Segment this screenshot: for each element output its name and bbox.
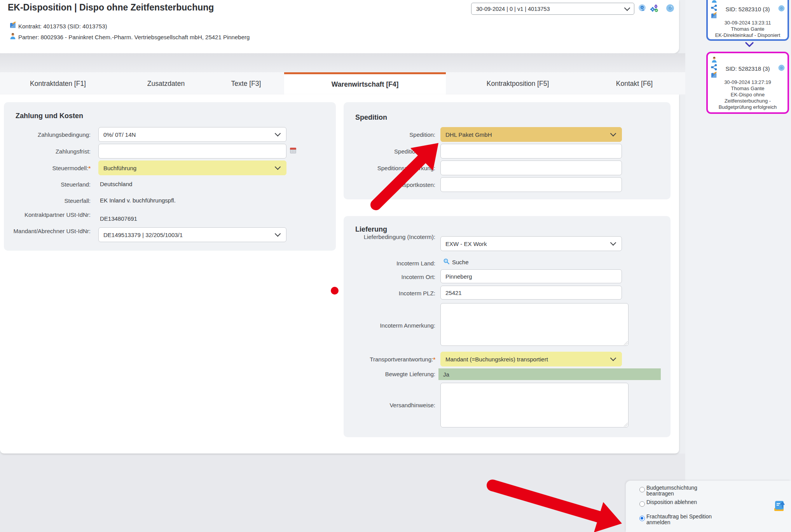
transportkosten-input[interactable] — [440, 177, 622, 192]
calendar-icon[interactable] — [289, 147, 297, 156]
bewegte-lieferung-label: Bewegte Lieferung: — [342, 370, 435, 378]
tab-kontraktposition[interactable]: Kontraktposition [F5] — [487, 80, 549, 88]
versandhinweise-textarea[interactable] — [440, 383, 629, 427]
lieferung-panel-title: Lieferung — [355, 225, 387, 234]
lieferbedingung-select[interactable]: EXW - EX Work — [440, 236, 622, 251]
workflow-step-card-2[interactable]: SID: 5282318 (3) 30-09-2024 13:27:19 Tho… — [706, 52, 789, 114]
incoterm-plz-label: Incoterm PLZ: — [342, 290, 435, 297]
steuerland-label: Steuerland: — [8, 181, 91, 188]
resize-handle[interactable] — [623, 422, 628, 427]
workflow-step-status: EK-Direkteinkauf - Disponiert — [709, 32, 786, 38]
steuerland-value: Deutschland — [100, 181, 132, 187]
memo-icon — [711, 12, 718, 21]
workflow-step-card-1[interactable]: SID: 5282310 (3) 30-09-2024 13:23:11 Tho… — [706, 0, 789, 41]
disc-icon[interactable] — [665, 3, 675, 14]
partner-person-icon — [9, 33, 16, 41]
spedition-panel-title: Spedition — [355, 113, 387, 122]
lieferbedingung-label: Lieferbedingung (Incoterm): — [342, 233, 435, 241]
steuerfall-value: EK Inland v. buchführungspfl. — [100, 197, 176, 204]
chevron-down-icon — [610, 131, 616, 137]
workflow-step-sid: SID: 5282318 (3) — [708, 65, 788, 72]
workflow-step-user: Thomas Gante — [709, 26, 786, 32]
spedition-refnr-input[interactable] — [440, 144, 622, 159]
workflow-chevron-down-icon — [745, 42, 754, 49]
workflow-step-timestamp: 30-09-2024 13:23:11 — [709, 20, 786, 26]
version-select-value: 30-09-2024 | 0 | v1 | 4013753 — [476, 6, 550, 12]
transportkosten-label: Transportkosten: — [342, 181, 435, 189]
payment-panel-title: Zahlung und Kosten — [16, 112, 83, 120]
settings-gears-icon[interactable] — [649, 3, 659, 15]
submit-upload-icon[interactable] — [773, 499, 787, 514]
incoterm-ort-label: Incoterm Ort: — [342, 273, 435, 281]
mandant-ustidnr-select[interactable]: DE149513379 | 32/205/1003/1 — [98, 227, 286, 242]
disc-icon[interactable] — [778, 5, 785, 14]
bewegte-lieferung-value: Ja — [438, 368, 661, 380]
version-select[interactable]: 30-09-2024 | 0 | v1 | 4013753 — [471, 3, 634, 15]
incoterm-land-label: Incoterm Land: — [342, 260, 435, 267]
contract-line: Kontrakt: 4013753 (SID: 4013753) — [18, 23, 107, 30]
zahlungsfrist-input[interactable] — [98, 144, 286, 159]
page-title: EK-Disposition | Dispo ohne Zeitfensterb… — [8, 2, 214, 13]
workflow-step-status: EK-Dispo ohne Zeitfensterbuchung - Budge… — [709, 92, 786, 110]
disc-icon[interactable] — [778, 64, 785, 73]
required-asterisk: * — [433, 356, 435, 363]
radio-disposition-ablehnen[interactable] — [639, 501, 645, 507]
versandhinweise-label: Versandhinweise: — [342, 401, 435, 409]
steuermodell-label: Steuermodell:* — [8, 164, 91, 172]
mandant-ustidnr-label: Mandant/Abrechner USt-IdNr: — [8, 227, 91, 235]
incoterm-ort-input[interactable] — [440, 269, 622, 283]
steuerfall-label: Steuerfall: — [8, 197, 91, 205]
chevron-down-icon — [610, 355, 616, 361]
resize-handle[interactable] — [623, 340, 628, 345]
process-history-icon[interactable] — [638, 3, 647, 14]
kontraktpartner-ustidnr-label: Kontraktpartner USt-IdNr: — [8, 211, 91, 219]
search-icon — [443, 258, 450, 266]
header-separator-band — [0, 53, 685, 72]
chevron-down-icon — [624, 5, 630, 11]
zahlungsfrist-label: Zahlungsfrist: — [8, 148, 91, 155]
incoterm-land-search-link[interactable]: Suche — [443, 258, 469, 266]
contract-memo-icon — [10, 22, 17, 30]
workflow-step-user: Thomas Gante — [709, 85, 786, 92]
speditionsanmerkung-label: Speditionsanmerkung: — [342, 164, 435, 172]
chevron-down-icon — [610, 240, 616, 246]
incoterm-plz-input[interactable] — [440, 286, 622, 300]
partner-line: Partner: 8002936 - Paninkret Chem.-Pharm… — [18, 34, 250, 40]
kontraktpartner-ustidnr-value: DE134807691 — [100, 215, 137, 222]
radio-disposition-ablehnen-label[interactable]: Disposition ablehnen — [646, 499, 718, 505]
page: EK-Disposition | Dispo ohne Zeitfensterb… — [0, 0, 791, 532]
tab-kontakt[interactable]: Kontakt [F6] — [616, 80, 653, 88]
workflow-step-timestamp: 30-09-2024 13:27:19 — [709, 79, 786, 85]
chevron-down-icon — [275, 164, 281, 170]
spedition-label: Spedition: — [342, 131, 435, 139]
chevron-down-icon — [275, 131, 281, 137]
radio-frachtauftrag-anmelden-label[interactable]: Frachtauftrag bei Spedition anmelden — [646, 514, 718, 525]
incoterm-anmerkung-label: Incoterm Anmerkung: — [342, 322, 435, 330]
header: EK-Disposition | Dispo ohne Zeitfensterb… — [0, 0, 679, 53]
memo-icon — [711, 72, 718, 80]
radio-budgetumschichtung[interactable] — [639, 487, 645, 492]
zahlungsbedingung-select[interactable]: 0%/ 0T/ 14N — [98, 127, 286, 142]
zahlungsbedingung-label: Zahlungsbedingung: — [8, 131, 91, 139]
tab-kontraktdaten[interactable]: Kontraktdaten [F1] — [30, 80, 86, 88]
transportverantwortung-select[interactable]: Mandant (=Buchungskreis) transportiert — [440, 352, 622, 366]
workflow-step-sid: SID: 5282310 (3) — [708, 6, 788, 12]
radio-budgetumschichtung-label[interactable]: Budgetumschichtung beantragen — [646, 485, 718, 497]
incoterm-anmerkung-textarea[interactable] — [440, 303, 629, 346]
chevron-down-icon — [275, 231, 281, 237]
tab-warenwirtschaft-active[interactable]: Warenwirtschaft [F4] — [284, 72, 446, 94]
user-icon — [711, 56, 718, 65]
steuermodell-select[interactable]: Buchführung — [98, 160, 286, 175]
speditionsanmerkung-input[interactable] — [440, 160, 622, 175]
workflow-step-details: 30-09-2024 13:23:11 Thomas Gante EK-Dire… — [709, 20, 786, 38]
footer-band — [0, 454, 685, 532]
spedition-select[interactable]: DHL Paket GmbH — [440, 127, 622, 142]
radio-frachtauftrag-anmelden[interactable] — [639, 516, 645, 521]
transportverantwortung-label: Transportverantwortung:* — [342, 356, 435, 363]
tab-texte[interactable]: Texte [F3] — [231, 80, 261, 88]
workflow-step-details: 30-09-2024 13:27:19 Thomas Gante EK-Disp… — [709, 79, 786, 110]
tab-zusatzdaten[interactable]: Zusatzdaten — [147, 80, 185, 88]
spedition-refnr-label: SpeditionRefNr: — [342, 148, 435, 155]
required-asterisk: * — [88, 165, 91, 171]
